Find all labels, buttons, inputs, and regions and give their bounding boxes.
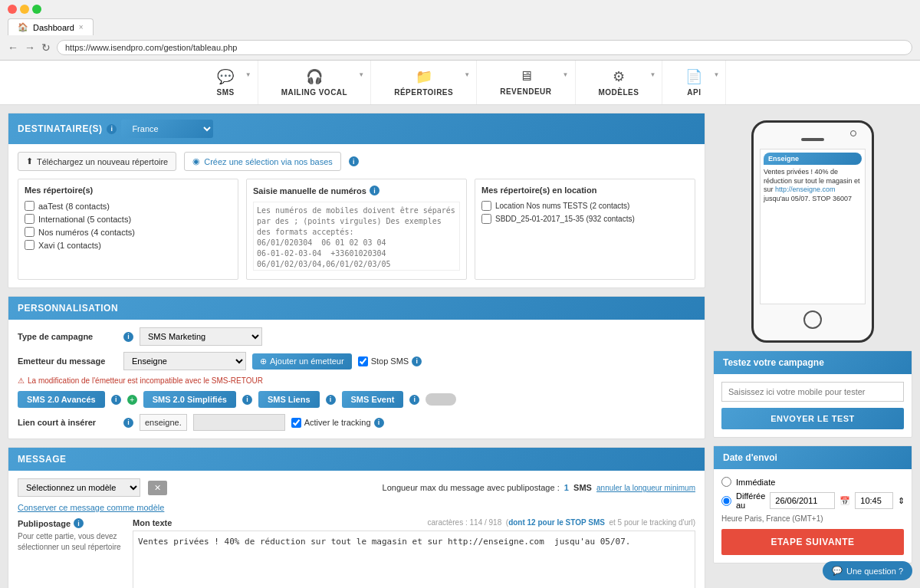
nav-item-mailing[interactable]: 🎧 MAILING VOCAL ▼ (258, 61, 372, 104)
chevron-down-icon-3: ▼ (464, 71, 470, 78)
sms20-avances-info[interactable]: i (111, 395, 121, 405)
type-campagne-row: Type de campagne i SMS Marketing (18, 327, 695, 346)
saisie-manuelle-input[interactable] (253, 202, 460, 271)
chevron-down-icon: ▼ (245, 71, 251, 78)
model-select[interactable]: Sélectionnez un modèle (18, 478, 140, 497)
etape-suivante-btn[interactable]: ETAPE SUIVANTE (721, 529, 904, 555)
annuler-longueur-link[interactable]: annuler la longueur minimum (596, 484, 695, 492)
lien-prefix: enseigne. (140, 414, 187, 431)
refresh-btn[interactable]: ↻ (41, 41, 51, 54)
type-info-icon[interactable]: i (123, 332, 133, 342)
close-window-btn[interactable] (8, 5, 17, 14)
tracking-info-icon[interactable]: i (374, 418, 384, 428)
date-header: Date d'envoi (714, 446, 912, 469)
repertoire-checkbox-xavi[interactable] (25, 240, 34, 250)
repertoire-checkbox-nosnumeros[interactable] (25, 227, 34, 237)
create-selection-btn[interactable]: ◉ Créez une sélection via nos bases (184, 152, 341, 171)
nav-label-revendeur: REVENDEUR (500, 87, 551, 96)
destinataires-section: DESTINATAIRE(S) i France ⬆ Téléchargez u… (8, 113, 705, 288)
sms-liens-info[interactable]: i (326, 395, 336, 405)
location-checkbox-testnums[interactable] (481, 201, 491, 211)
lien-input[interactable] (193, 414, 285, 431)
nav-label-repertoires: RÉPERTOIRES (394, 88, 453, 97)
sms-sender: Enseigne (764, 153, 862, 165)
sms-event-toggle[interactable] (426, 393, 456, 406)
stop-sms-checkbox[interactable] (358, 356, 368, 366)
phone-mockup: Enseigne Ventes privées ! 40% de réducti… (751, 120, 874, 343)
forward-btn[interactable]: → (25, 41, 35, 54)
nav-item-revendeur[interactable]: 🖥 REVENDEUR ▼ (477, 61, 575, 104)
list-item: Location Nos nums TESTS (2 contacts) (481, 201, 688, 211)
maximize-window-btn[interactable] (32, 5, 41, 14)
emetteur-row: Emetteur du message Enseigne ⊕ Ajouter u… (18, 352, 695, 370)
stop-sms-info-icon[interactable]: i (412, 356, 422, 366)
sms-event-btn[interactable]: SMS Event (342, 391, 404, 408)
location-checkbox-sbdd[interactable] (481, 214, 491, 224)
date-input[interactable] (770, 492, 835, 509)
back-btn[interactable]: ← (8, 41, 18, 54)
message-title: MESSAGE (18, 454, 67, 465)
sms-link: http://enseigne.com (775, 186, 836, 193)
phone-preview: Enseigne Ventes privées ! 40% de réducti… (713, 113, 912, 343)
sms-text: Ventes privées ! 40% de réduction sur to… (764, 168, 862, 204)
immediate-radio[interactable] (721, 477, 731, 487)
nav-item-repertoires[interactable]: 📁 RÉPERTOIRES ▼ (371, 61, 477, 104)
timezone-text: Heure Paris, France (GMT+1) (721, 514, 904, 523)
save-model-link[interactable]: Conserver ce message comme modèle (18, 503, 695, 512)
test-body: ENVOYER LE TEST (714, 374, 912, 437)
test-title: Testez votre campagne (723, 357, 824, 368)
upload-repertoire-btn[interactable]: ⬆ Téléchargez un nouveau répertoire (18, 152, 176, 171)
repertoire-checkbox-aatest[interactable] (25, 201, 34, 211)
api-icon: 📄 (685, 68, 702, 85)
calendar-icon[interactable]: 📅 (840, 496, 850, 506)
repertoire-checkbox-international[interactable] (25, 214, 34, 224)
address-bar[interactable]: https://www.isendpro.com/gestion/tableau… (57, 40, 912, 55)
chat-button[interactable]: 💬 Une question ? (823, 561, 912, 580)
delete-model-btn[interactable]: ✕ (148, 481, 167, 495)
lien-info-icon[interactable]: i (123, 418, 133, 428)
message-textarea[interactable]: Ventes privées ! 40% de réduction sur to… (133, 531, 695, 588)
time-input[interactable] (855, 492, 893, 509)
envoyer-test-btn[interactable]: ENVOYER LE TEST (721, 408, 904, 429)
sms-event-info[interactable]: i (409, 395, 419, 405)
emetteur-select[interactable]: Enseigne (123, 352, 246, 370)
mes-repertoires-header: Mes répertoire(s) (25, 186, 232, 195)
test-mobile-input[interactable] (721, 382, 904, 402)
create-info-icon[interactable]: i (349, 156, 359, 166)
date-title: Date d'envoi (723, 452, 777, 463)
saisie-info-icon[interactable]: i (370, 186, 380, 195)
list-item: Nos numéros (4 contacts) (25, 227, 232, 237)
type-campagne-select[interactable]: SMS Marketing (140, 327, 262, 346)
saisie-header: Saisie manuelle de numéros i (253, 186, 460, 195)
sms-liens-btn[interactable]: SMS Liens (258, 391, 320, 408)
revendeur-icon: 🖥 (519, 68, 533, 84)
personnalisation-body: Type de campagne i SMS Marketing Emetteu… (8, 320, 705, 439)
destinataires-info-icon[interactable]: i (107, 124, 117, 134)
longueur-val: 1 (564, 483, 569, 492)
saisie-manuelle-col: Saisie manuelle de numéros i (246, 179, 467, 280)
chevron-down-icon-2: ▼ (358, 71, 364, 78)
browser-tab[interactable]: 🏠 Dashboard × (8, 18, 94, 35)
location-header: Mes répertoire(s) en location (481, 186, 688, 195)
tracking-checkbox[interactable] (291, 418, 301, 428)
tab-close-btn[interactable]: × (79, 23, 84, 31)
message-body: Sélectionnez un modèle ✕ Longueur max du… (8, 471, 705, 588)
sms20-simplifies-info[interactable]: i (242, 395, 252, 405)
sms20-avances-btn[interactable]: SMS 2.0 Avancés (18, 391, 105, 408)
publipostage-info-icon[interactable]: i (74, 518, 84, 528)
minimize-window-btn[interactable] (20, 5, 29, 14)
browser-controls: ← → ↻ https://www.isendpro.com/gestion/t… (8, 40, 912, 55)
sms20-avances-plus[interactable]: + (127, 395, 137, 405)
add-emetteur-btn[interactable]: ⊕ Ajouter un émetteur (252, 353, 352, 370)
nav-item-sms[interactable]: 💬 SMS ▼ (194, 61, 258, 104)
mon-texte-label: Mon texte (133, 518, 172, 527)
tab-title: Dashboard (33, 23, 74, 32)
differee-radio[interactable] (721, 496, 731, 506)
differee-label: Différée au (736, 491, 765, 510)
nav-item-api[interactable]: 📄 API ▼ (662, 61, 726, 104)
country-select[interactable]: France (121, 120, 213, 138)
nav-item-modeles[interactable]: ⚙ MODÈLES ▼ (576, 61, 663, 104)
test-header: Testez votre campagne (714, 351, 912, 374)
sms20-simplifies-btn[interactable]: SMS 2.0 Simplifiés (143, 391, 236, 408)
time-arrows: ⇕ (898, 496, 905, 506)
